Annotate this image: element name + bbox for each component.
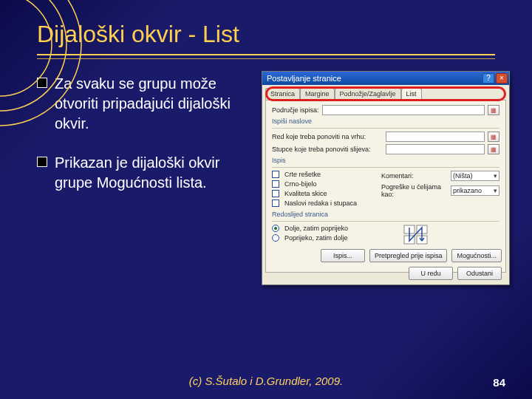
button-mogucnosti[interactable]: Mogućnosti... [451, 249, 502, 262]
label-red-vrh: Red koje treba ponoviti na vrhu: [272, 133, 383, 140]
label-dolje: Dolje, zatim poprijeko [284, 225, 348, 232]
bullet-item: Za svaku se grupu može otvoriti pripadaj… [37, 74, 244, 134]
dialog-panel: Područje ispisa: ▦ Ispiši naslove Red ko… [265, 100, 506, 273]
dialog-titlebar: Postavljanje stranice ? × [262, 72, 509, 85]
input-red-vrh[interactable] [386, 132, 485, 142]
bullet-icon [37, 78, 47, 88]
input-podrucje[interactable] [322, 105, 485, 115]
page-number: 84 [493, 376, 505, 389]
label-pogreske: Pogreške u ćelijama kao: [381, 183, 448, 198]
dialog-title-text: Postavljanje stranice [267, 74, 341, 83]
selector-icon[interactable]: ▦ [488, 132, 499, 142]
bullet-icon [37, 157, 47, 167]
highlight-ring [265, 86, 506, 101]
checkbox-crnobijelo[interactable] [272, 180, 279, 188]
radio-poprijeko[interactable] [272, 234, 279, 242]
input-stupci[interactable] [386, 144, 485, 154]
divider [272, 221, 499, 222]
button-cancel[interactable]: Odustani [457, 267, 502, 280]
slide-title: Dijaloški okvir - List [37, 21, 495, 48]
label-crte: Crte rešetke [284, 171, 321, 178]
selector-icon[interactable]: ▦ [488, 144, 499, 154]
button-pretpregled[interactable]: Pretpregled prije ispisa [369, 249, 448, 262]
bullet-item: Prikazan je dijaloški okvir grupe Mogućn… [37, 153, 244, 193]
label-komentari: Komentari: [381, 172, 448, 180]
label-crnobijelo: Crno-bijelo [284, 180, 317, 188]
bullet-text: Za svaku se grupu može otvoriti pripadaj… [55, 74, 244, 134]
checkbox-naslovi[interactable] [272, 200, 279, 207]
label-podrucje: Područje ispisa: [272, 106, 319, 114]
label-stupci: Stupce koje treba ponoviti slijeva: [272, 146, 383, 153]
bullet-list: Za svaku se grupu može otvoriti pripadaj… [37, 74, 244, 212]
label-poprijeko: Poprijeko, zatim dolje [284, 234, 348, 242]
button-ok[interactable]: U redu [409, 267, 453, 280]
bullet-text: Prikazan je dijaloški okvir grupe Mogućn… [55, 153, 244, 193]
section-ispis-naslova: Ispiši naslove [272, 117, 499, 125]
dropdown-komentari[interactable]: (Ništa) [451, 171, 499, 181]
page-order-icon [403, 225, 429, 247]
button-ispis[interactable]: Ispis... [321, 249, 365, 262]
page-setup-dialog: Postavljanje stranice ? × Stranica Margi… [262, 71, 510, 285]
slide-footer: (c) S.Šutalo i D.Grundler, 2009. [189, 375, 343, 387]
section-ispis: Ispis [272, 157, 499, 164]
divider [272, 167, 499, 168]
help-button[interactable]: ? [482, 73, 494, 83]
selector-icon[interactable]: ▦ [488, 105, 499, 115]
close-button[interactable]: × [496, 73, 508, 83]
section-redoslijed: Redoslijed stranica [272, 211, 499, 218]
radio-dolje[interactable] [272, 225, 279, 232]
checkbox-crte[interactable] [272, 171, 279, 178]
label-naslovi: Naslovi redaka i stupaca [284, 200, 357, 207]
label-kvaliteta: Kvaliteta skice [284, 190, 327, 197]
divider [272, 128, 499, 129]
checkbox-kvaliteta[interactable] [272, 190, 279, 197]
dropdown-pogreske[interactable]: prikazano [451, 185, 499, 196]
title-rule [37, 54, 495, 55]
title-rule-2 [37, 58, 495, 59]
